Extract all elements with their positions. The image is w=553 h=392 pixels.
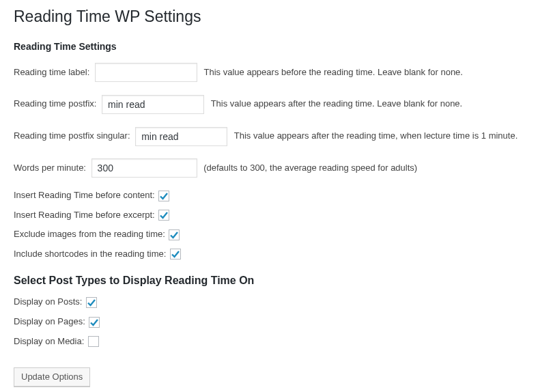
- reading-time-label-desc: This value appears before the reading ti…: [204, 67, 463, 77]
- reading-time-postfix-singular-input[interactable]: [135, 127, 227, 146]
- exclude-images-label: Exclude images from the reading time:: [14, 229, 165, 239]
- words-per-minute-desc: (defaults to 300, the average reading sp…: [203, 163, 417, 173]
- reading-time-postfix-singular-desc: This value appears after the reading tim…: [234, 130, 518, 141]
- include-shortcodes-label: Include shortcodes in the reading time:: [14, 249, 166, 259]
- exclude-images-checkbox[interactable]: [169, 229, 180, 240]
- insert-before-excerpt-label: Insert Reading Time before excerpt:: [14, 210, 155, 220]
- reading-time-postfix-label: Reading time postfix:: [14, 98, 96, 109]
- page-title: Reading Time WP Settings: [14, 7, 539, 27]
- words-per-minute-input[interactable]: [91, 158, 197, 178]
- reading-time-label-label: Reading time label:: [14, 67, 89, 77]
- insert-before-content-checkbox[interactable]: [158, 191, 169, 201]
- display-on-pages-checkbox[interactable]: [89, 317, 100, 328]
- reading-time-postfix-input[interactable]: [102, 95, 204, 114]
- insert-before-content-label: Insert Reading Time before content:: [14, 190, 155, 200]
- display-on-posts-label: Display on Posts:: [14, 296, 82, 307]
- display-on-pages-label: Display on Pages:: [14, 316, 85, 326]
- reading-time-label-input[interactable]: [95, 63, 197, 82]
- words-per-minute-label: Words per minute:: [14, 163, 86, 173]
- display-on-media-checkbox[interactable]: [88, 336, 99, 347]
- reading-time-postfix-desc: This value appears after the reading tim…: [211, 98, 463, 109]
- include-shortcodes-checkbox[interactable]: [170, 249, 181, 260]
- reading-time-postfix-singular-label: Reading time postfix singular:: [14, 130, 130, 141]
- section-heading-post-types: Select Post Types to Display Reading Tim…: [14, 275, 539, 287]
- update-options-button[interactable]: Update Options: [14, 367, 90, 387]
- insert-before-excerpt-checkbox[interactable]: [158, 210, 169, 221]
- section-heading-settings: Reading Time Settings: [14, 41, 539, 52]
- display-on-posts-checkbox[interactable]: [86, 297, 97, 308]
- display-on-media-label: Display on Media:: [14, 336, 84, 346]
